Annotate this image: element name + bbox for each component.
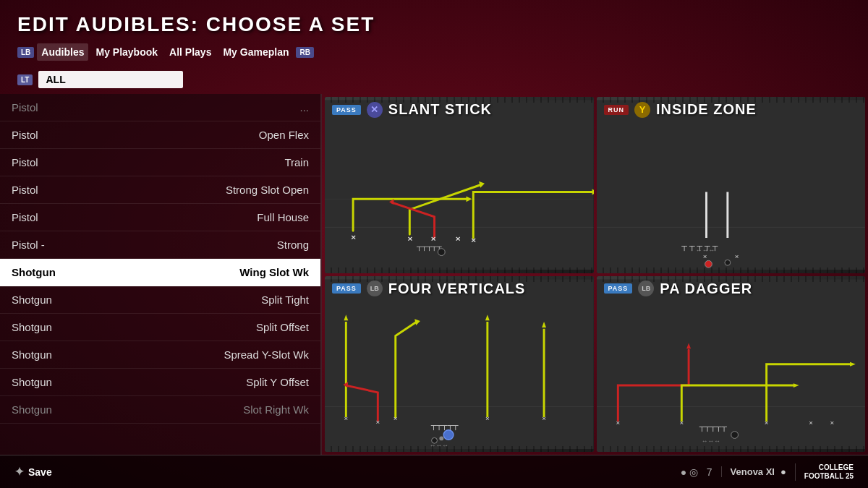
svg-text:×: × [734,252,739,260]
svg-text:×: × [407,234,412,243]
card-header: PASS ✕ SLANT STICK [325,97,594,122]
player-name: Venova XI [731,466,775,477]
svg-text:×: × [471,235,476,244]
svg-text:×: × [809,418,813,426]
run-badge: RUN [604,105,629,115]
four-verticals-diagram: ┬┬┬┬┬ × × × × × ↔↔↔ [325,276,594,453]
save-icon: ✦ [14,465,24,479]
svg-text:×: × [764,418,768,426]
pass-badge: PASS [332,105,361,115]
svg-point-52 [731,431,738,438]
tab-my-playbook[interactable]: My Playbook [91,43,162,61]
pa-dagger-diagram: ┬┬┬┬┬ × × × × × ↔↔↔ [597,276,866,453]
svg-text:×: × [830,418,834,426]
main-container: EDIT AUDIBLES: CHOOSE A SET LB Audibles … [0,0,868,488]
rb-badge: RB [296,47,313,58]
play-card-pa-dagger[interactable]: ┬┬┬┬┬ × × × × × ↔↔↔ PASS LB PA DAGGER [597,276,866,453]
connection-dot: ● [780,466,786,477]
controller-icons: ● ◎ 7 [681,466,712,478]
svg-text:×: × [485,414,490,421]
header: EDIT AUDIBLES: CHOOSE A SET LB Audibles … [0,0,868,94]
list-item-pistol-house[interactable]: Pistol Full House [0,204,320,231]
svg-rect-24 [325,279,594,449]
tab-my-gameplan[interactable]: My Gameplan [218,43,293,61]
card-title: SLANT STICK [388,101,492,118]
svg-point-13 [438,249,445,256]
card-header: PASS LB PA DAGGER [597,276,866,301]
list-item[interactable]: Pistol ... [0,94,320,121]
nav-tabs: LB Audibles My Playbook All Plays My Gam… [17,43,851,61]
svg-rect-14 [597,100,866,270]
svg-text:×: × [542,414,546,421]
play-diagrams: × × × × × ┬┬┬┬┬ PASS ✕ SLANT STICK [322,94,868,455]
svg-text:×: × [344,414,348,421]
play-card-inside-zone[interactable]: ┬ ┬ ┬ ┬ ┬ × × ↔↔↔ RUN Y INSIDE ZONE [597,97,866,273]
card-header: RUN Y INSIDE ZONE [597,97,866,122]
page-title: EDIT AUDIBLES: CHOOSE A SET [17,13,851,36]
svg-point-37 [443,429,454,440]
lt-badge: LT [17,74,33,85]
list-item[interactable]: Pistol Open Flex [0,121,320,149]
play-card-slant-stick[interactable]: × × × × × ┬┬┬┬┬ PASS ✕ SLANT STICK [325,97,594,273]
pass-badge: PASS [604,283,633,294]
list-item-selected[interactable]: Shotgun Wing Slot Wk [0,259,320,286]
bottom-bar: ✦ Save ● ◎ 7 Venova XI ● COLLEGE FOOTBAL… [0,455,868,488]
bottom-right: ● ◎ 7 Venova XI ● COLLEGE FOOTBALL 25 [681,463,854,481]
list-item-pistol-train[interactable]: Pistol Train [0,149,320,176]
list-item[interactable]: Shotgun Split Offset [0,314,320,341]
y-button: Y [634,102,650,118]
tab-all-plays[interactable]: All Plays [165,43,216,61]
card-title: INSIDE ZONE [656,101,757,118]
svg-point-22 [724,260,730,265]
svg-text:┬┬┬┬┬: ┬┬┬┬┬ [698,421,726,432]
content-area: Pistol ... Pistol Open Flex Pistol Train… [0,94,868,455]
game-logo: COLLEGE FOOTBALL 25 [795,463,854,481]
filter-row: LT [17,68,851,88]
card-title: FOUR VERTICALS [388,281,526,297]
svg-text:×: × [375,417,380,425]
player-info: Venova XI ● [721,466,786,477]
svg-text:×: × [679,418,684,426]
svg-point-39 [439,436,443,440]
play-card-four-verticals[interactable]: ┬┬┬┬┬ × × × × × ↔↔↔ PASS LB [325,276,594,453]
list-item[interactable]: Shotgun Split Y Offset [0,369,320,396]
inside-zone-diagram: ┬ ┬ ┬ ┬ ┬ × × ↔↔↔ [597,97,866,273]
svg-text:↔↔↔: ↔↔↔ [701,437,720,445]
lb-button: LB [367,281,383,296]
svg-text:×: × [702,252,707,260]
svg-text:×: × [456,234,461,243]
svg-marker-5 [592,189,594,195]
slant-stick-diagram: × × × × × ┬┬┬┬┬ [325,97,594,273]
lb-button: LB [638,281,654,296]
svg-text:×: × [616,418,620,426]
lb-badge: LB [17,47,34,58]
x-button: ✕ [367,102,383,118]
list-item[interactable]: Shotgun Split Tight [0,286,320,314]
pass-badge: PASS [332,283,361,294]
svg-text:×: × [393,414,398,421]
list-item[interactable]: Shotgun Spread Y-Slot Wk [0,341,320,369]
card-header: PASS LB FOUR VERTICALS [325,276,594,301]
svg-text:×: × [351,232,356,241]
save-label: Save [28,466,52,478]
svg-rect-0 [325,100,594,270]
list-item[interactable]: Shotgun Slot Right Wk [0,396,320,424]
save-button[interactable]: ✦ Save [14,465,52,479]
filter-input[interactable] [38,71,183,88]
tab-audibles[interactable]: Audibles [37,43,88,61]
card-title: PA DAGGER [660,281,752,297]
list-item[interactable]: Pistol - Strong [0,231,320,259]
list-item[interactable]: Pistol Strong Slot Open [0,176,320,204]
svg-text:↔↔↔: ↔↔↔ [695,247,714,254]
svg-text:┬┬┬┬┬: ┬┬┬┬┬ [430,420,459,430]
play-list: Pistol ... Pistol Open Flex Pistol Train… [0,94,322,455]
